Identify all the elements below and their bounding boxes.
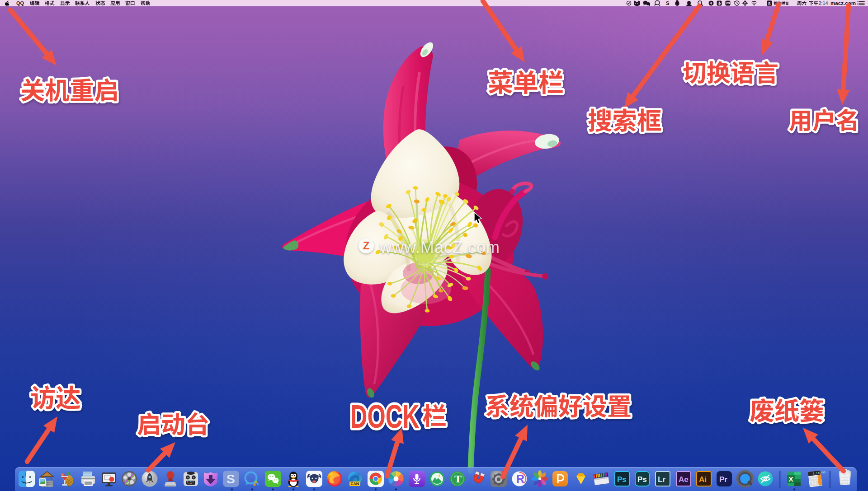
- svg-text:DOCK: DOCK: [350, 398, 420, 435]
